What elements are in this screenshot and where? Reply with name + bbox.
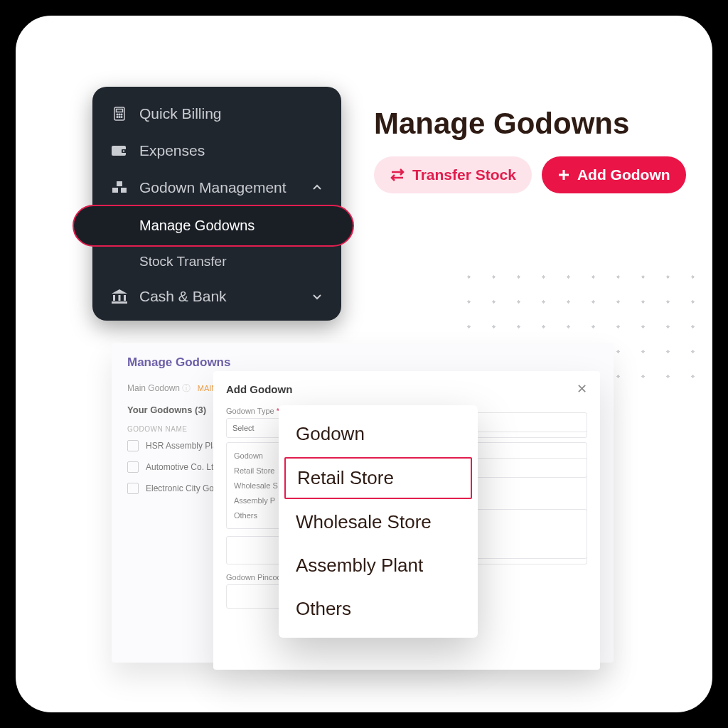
building-icon (127, 483, 139, 494)
svg-rect-14 (113, 295, 115, 301)
panel-title: Manage Godowns (127, 355, 598, 370)
action-buttons: Transfer Stock Add Godown (374, 156, 686, 193)
sidebar-item-label: Manage Godowns (139, 218, 255, 233)
sidebar-item-label: Quick Billing (139, 105, 323, 122)
transfer-icon (390, 168, 405, 182)
boxes-icon (111, 181, 128, 194)
dropdown-option-assembly-plant[interactable]: Assembly Plant (279, 544, 478, 587)
svg-rect-1 (117, 109, 123, 112)
sidebar-subitem-manage-godowns[interactable]: Manage Godowns (92, 209, 341, 242)
svg-point-10 (123, 150, 124, 151)
transfer-stock-button[interactable]: Transfer Stock (374, 156, 532, 193)
svg-point-5 (117, 117, 118, 118)
sidebar-item-cash-bank[interactable]: Cash & Bank (92, 278, 341, 315)
button-label: Transfer Stock (412, 166, 516, 183)
sidebar-item-expenses[interactable]: Expenses (92, 132, 341, 169)
svg-point-2 (117, 114, 118, 115)
sidebar-item-label: Expenses (139, 142, 323, 159)
app-frame: Quick Billing Expenses Godown Management… (11, 11, 717, 717)
dropdown-option-others[interactable]: Others (279, 587, 478, 631)
sidebar-subitem-stock-transfer[interactable]: Stock Transfer (92, 245, 341, 278)
wallet-icon (111, 144, 128, 157)
svg-rect-12 (112, 188, 118, 193)
sidebar-item-label: Cash & Bank (139, 288, 300, 305)
building-icon (127, 461, 139, 473)
dropdown-option-godown[interactable]: Godown (279, 412, 478, 456)
sidebar-item-label: Godown Management (139, 179, 300, 196)
svg-rect-17 (112, 301, 127, 304)
modal-title: Add Godown (226, 383, 292, 395)
sidebar: Quick Billing Expenses Godown Management… (92, 87, 341, 321)
dropdown-option-retail-store[interactable]: Retail Store (284, 457, 472, 499)
sidebar-item-quick-billing[interactable]: Quick Billing (92, 95, 341, 132)
bank-icon (111, 289, 128, 304)
svg-point-7 (121, 117, 122, 118)
page-title: Manage Godowns (374, 107, 629, 141)
svg-point-6 (119, 117, 120, 118)
sidebar-item-godown-management[interactable]: Godown Management (92, 169, 341, 206)
button-label: Add Godown (577, 166, 670, 183)
svg-rect-16 (124, 295, 126, 301)
sidebar-item-label: Stock Transfer (139, 254, 227, 269)
plus-icon (557, 168, 570, 181)
add-godown-button[interactable]: Add Godown (542, 156, 686, 193)
chevron-down-icon (311, 291, 323, 302)
calculator-icon (111, 107, 128, 121)
svg-point-3 (119, 114, 120, 115)
svg-rect-15 (119, 295, 121, 301)
svg-rect-11 (117, 181, 122, 186)
svg-rect-13 (121, 188, 127, 193)
dropdown-option-wholesale-store[interactable]: Wholesale Store (279, 500, 478, 544)
close-icon[interactable]: ✕ (577, 381, 587, 397)
chevron-up-icon (311, 182, 323, 193)
svg-point-4 (121, 114, 122, 115)
godown-type-dropdown: Godown Retail Store Wholesale Store Asse… (279, 405, 478, 638)
building-icon (127, 440, 139, 451)
